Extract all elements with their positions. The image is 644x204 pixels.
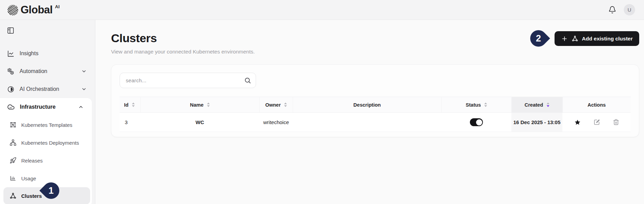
chevron-up-icon bbox=[78, 104, 84, 110]
topbar: Global AI U bbox=[0, 0, 644, 20]
clusters-card: Id Name Owner bbox=[111, 64, 639, 137]
edit-icon[interactable] bbox=[594, 119, 600, 125]
cell-created: 16 Dec 2025 - 13:05 bbox=[511, 113, 562, 132]
column-header-status[interactable]: Status bbox=[441, 97, 511, 113]
sidebar-item-label: Kubernetes Deployments bbox=[21, 140, 79, 146]
sidebar-item-insights[interactable]: Insights bbox=[0, 45, 95, 62]
column-header-id[interactable]: Id bbox=[120, 97, 140, 113]
column-header-description[interactable]: Description bbox=[293, 97, 441, 113]
bar-chart-icon bbox=[10, 175, 16, 182]
notifications-bell-icon[interactable] bbox=[608, 6, 616, 14]
annotation-step-1: 1 bbox=[42, 182, 60, 199]
sidebar-item-ai-orchestration[interactable]: AI Orchestration bbox=[0, 80, 95, 98]
sidebar-item-label: Releases bbox=[21, 158, 43, 164]
column-header-actions: Actions bbox=[562, 97, 631, 113]
sidebar-item-label: Infrastructure bbox=[20, 104, 56, 110]
sidebar-item-automation[interactable]: Automation bbox=[0, 62, 95, 80]
brand-logo-icon bbox=[8, 5, 18, 15]
page-subtitle: View and manage your connected Kubernete… bbox=[111, 49, 639, 55]
cell-owner: writechoice bbox=[259, 113, 293, 132]
sidebar-item-label: Clusters bbox=[21, 193, 42, 199]
table-row: 3 WC writechoice 16 Dec 2025 - 13:05 bbox=[120, 113, 631, 132]
cell-name: WC bbox=[140, 113, 259, 132]
cell-description bbox=[293, 113, 441, 132]
column-header-created[interactable]: Created bbox=[511, 97, 562, 113]
search-input[interactable] bbox=[120, 73, 256, 88]
annotation-step-2: 2 bbox=[530, 30, 547, 47]
sidebar-item-label: Kubernetes Templates bbox=[21, 122, 72, 128]
sidebar-item-label: Usage bbox=[21, 176, 36, 181]
clusters-table: Id Name Owner bbox=[120, 97, 631, 132]
cell-actions bbox=[562, 113, 631, 132]
avatar[interactable]: U bbox=[624, 4, 635, 15]
network-nodes-icon bbox=[10, 139, 16, 146]
chart-line-icon bbox=[7, 50, 14, 57]
sidebar-item-releases[interactable]: Releases bbox=[0, 152, 92, 169]
gears-icon bbox=[7, 68, 14, 75]
template-frame-icon bbox=[10, 121, 16, 128]
column-label: Created bbox=[525, 102, 543, 108]
brand-name: Global bbox=[21, 3, 52, 16]
table-header-row: Id Name Owner bbox=[120, 97, 631, 113]
sidebar-item-kubernetes-templates[interactable]: Kubernetes Templates bbox=[0, 116, 92, 134]
sidebar-collapse-icon[interactable] bbox=[0, 25, 14, 34]
column-label: Status bbox=[466, 102, 481, 108]
annotation-step-1-number: 1 bbox=[42, 182, 60, 199]
column-label: Name bbox=[190, 102, 204, 108]
chevron-down-icon bbox=[81, 69, 87, 74]
column-header-owner[interactable]: Owner bbox=[259, 97, 293, 113]
cell-status bbox=[441, 113, 511, 132]
sidebar-item-label: AI Orchestration bbox=[20, 86, 59, 92]
column-label: Owner bbox=[265, 102, 281, 108]
add-existing-cluster-label: Add existing cluster bbox=[582, 36, 633, 42]
topbar-right: U bbox=[608, 4, 635, 15]
favorite-star-icon[interactable] bbox=[574, 119, 581, 126]
add-existing-cluster-button[interactable]: Add existing cluster bbox=[555, 31, 639, 46]
sidebar-item-kubernetes-deployments[interactable]: Kubernetes Deployments bbox=[0, 134, 92, 152]
search-icon[interactable] bbox=[244, 77, 251, 84]
sort-icon[interactable] bbox=[484, 103, 487, 107]
brand-superscript: AI bbox=[55, 4, 60, 9]
sidebar-item-infrastructure[interactable]: Infrastructure bbox=[0, 98, 92, 116]
search-wrap bbox=[120, 73, 256, 88]
delete-trash-icon[interactable] bbox=[613, 119, 619, 125]
column-header-name[interactable]: Name bbox=[140, 97, 259, 113]
main-content: Clusters View and manage your connected … bbox=[95, 20, 644, 204]
contrast-icon bbox=[7, 86, 14, 93]
column-label: Id bbox=[124, 102, 129, 108]
cluster-network-icon bbox=[10, 192, 16, 199]
cell-id: 3 bbox=[120, 113, 140, 132]
sort-icon-active[interactable] bbox=[547, 103, 549, 107]
column-label: Actions bbox=[587, 102, 606, 108]
sort-icon[interactable] bbox=[207, 103, 210, 107]
chevron-down-icon bbox=[81, 86, 87, 92]
sort-icon[interactable] bbox=[284, 103, 287, 107]
avatar-initial: U bbox=[628, 7, 631, 13]
cluster-network-icon bbox=[572, 35, 578, 42]
app-shell: Insights Automation bbox=[0, 20, 644, 204]
sidebar: Insights Automation bbox=[0, 20, 95, 204]
cloud-icon bbox=[7, 103, 15, 111]
sidebar-item-label: Automation bbox=[20, 68, 47, 74]
sort-icon[interactable] bbox=[132, 103, 135, 107]
rocket-icon bbox=[10, 157, 16, 164]
annotation-step-2-number: 2 bbox=[530, 30, 547, 47]
plus-icon bbox=[561, 35, 568, 42]
column-label: Description bbox=[353, 102, 381, 108]
sidebar-item-label: Insights bbox=[20, 50, 38, 57]
brand-logo: Global AI bbox=[8, 3, 60, 16]
sidebar-nav: Insights Automation bbox=[0, 45, 95, 204]
status-toggle[interactable] bbox=[470, 118, 483, 126]
